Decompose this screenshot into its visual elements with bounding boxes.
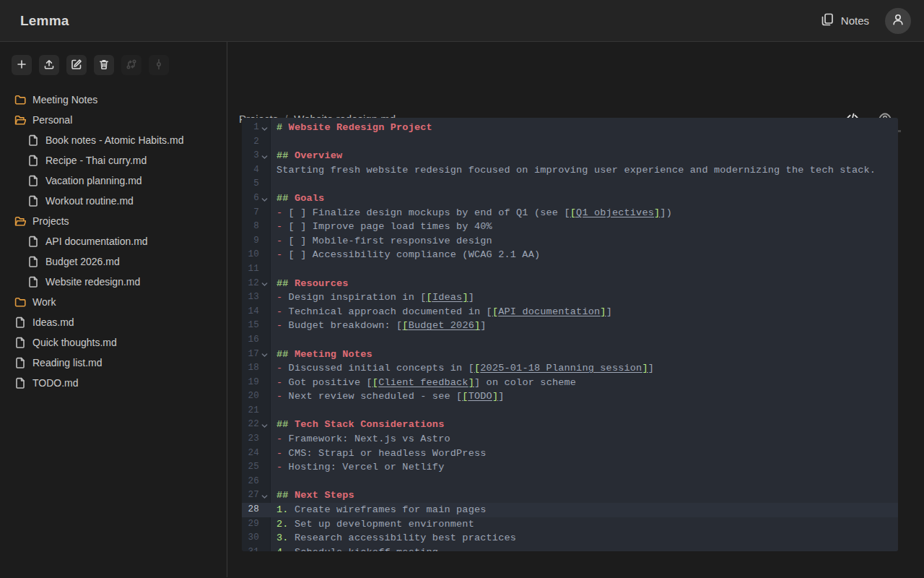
notes-label: Notes [841,14,869,27]
sidebar-file-book-notes-atomic-habits-md[interactable]: Book notes - Atomic Habits.md [0,130,227,150]
editor-line-27[interactable]: 27## Next Steps [242,488,898,503]
upload-button[interactable] [39,55,59,75]
compare-button[interactable] [121,55,141,75]
line-number: 25 [242,460,259,475]
editor-line-3[interactable]: 3## Overview [242,149,898,163]
file-icon [27,236,39,247]
gutter: 8 [242,220,271,234]
sidebar-file-todo-md[interactable]: TODO.md [0,373,227,393]
line-number: 28 [242,503,259,517]
tree-item-label: Quick thoughts.md [32,337,117,348]
editor-line-11[interactable]: 11 [242,262,898,277]
sidebar-folder-work[interactable]: Work [0,292,227,312]
editor-line-26[interactable]: 26 [242,475,898,489]
editor-line-2[interactable]: 2 [242,135,898,150]
fold-chevron-icon[interactable] [259,154,269,160]
editor-line-10[interactable]: 10- [ ] Accessibility compliance (WCAG 2… [242,248,898,262]
fold-chevron-icon[interactable] [259,126,269,132]
gutter: 17 [242,348,271,362]
edit-icon [71,59,82,72]
editor-line-14[interactable]: 14- Technical approach documented in [[A… [242,305,898,319]
wiki-link[interactable]: [TODO] [462,391,498,402]
editor-line-17[interactable]: 17## Meeting Notes [242,348,898,362]
sidebar-file-vacation-planning-md[interactable]: Vacation planning.md [0,171,227,191]
sidebar-file-recipe-thai-curry-md[interactable]: Recipe - Thai curry.md [0,150,227,171]
fold-chevron-icon[interactable] [259,352,269,358]
line-content: - Discussed initial concepts in [[2025-0… [271,361,654,376]
fold-chevron-icon[interactable] [259,197,269,203]
folder-closed-icon [14,94,26,105]
editor-line-25[interactable]: 25- Hosting: Vercel or Netlify [242,460,898,475]
line-number: 3 [242,149,259,163]
tree-item-label: API documentation.md [45,236,148,247]
tree-item-label: Meeting Notes [32,94,97,105]
sidebar-folder-personal[interactable]: Personal [0,110,227,130]
editor-line-13[interactable]: 13- Design inspiration in [[Ideas]] [242,290,898,305]
gutter: 25 [242,460,271,475]
editor-line-16[interactable]: 16 [242,333,898,348]
gutter: 19 [242,376,271,390]
editor-line-4[interactable]: 4Starting fresh website redesign focused… [242,163,898,178]
sidebar-file-quick-thoughts-md[interactable]: Quick thoughts.md [0,332,227,353]
editor-line-1[interactable]: 1# Website Redesign Project [242,121,898,135]
line-number: 24 [242,447,259,461]
line-content: - Framework: Next.js vs Astro [271,432,450,447]
editor-line-22[interactable]: 22## Tech Stack Considerations [242,418,898,432]
sidebar-folder-meeting-notes[interactable]: Meeting Notes [0,90,227,110]
wiki-link[interactable]: [API documentation] [492,306,606,317]
line-content: 3. Research accessibility best practices [271,531,516,545]
fold-chevron-icon[interactable] [259,493,269,500]
editor-line-28[interactable]: 281. Create wireframes for main pages [242,503,898,517]
edit-button[interactable] [66,55,87,75]
gutter: 29 [242,517,271,532]
editor-line-29[interactable]: 292. Set up development environment [242,517,898,532]
editor-line-12[interactable]: 12## Resources [242,277,898,291]
notes-button[interactable]: Notes [820,12,869,29]
person-icon [890,12,906,30]
tree-item-label: Work [32,296,56,308]
line-number: 31 [242,545,259,551]
editor-line-21[interactable]: 21 [242,404,898,418]
sidebar-folder-projects[interactable]: Projects [0,211,227,231]
editor-line-20[interactable]: 20- Next review scheduled - see [[TODO]] [242,389,898,404]
editor-line-30[interactable]: 303. Research accessibility best practic… [242,531,898,545]
delete-button[interactable] [94,55,114,75]
sidebar-file-budget-2026-md[interactable]: Budget 2026.md [0,251,227,272]
editor-line-19[interactable]: 19- Got positive [[Client feedback]] on … [242,376,898,390]
gutter: 22 [242,418,271,432]
wiki-link[interactable]: [2025-01-18 Planning session] [474,363,648,374]
sidebar-file-website-redesign-md[interactable]: Website redesign.md [0,272,227,292]
editor-line-31[interactable]: 314. Schedule kickoff meeting [242,545,898,551]
wiki-link[interactable]: [Q1 objectives] [570,207,661,218]
line-content: ## Meeting Notes [271,348,372,362]
line-content [271,475,276,489]
file-icon [14,316,26,328]
sidebar-file-reading-list-md[interactable]: Reading list.md [0,353,227,373]
editor-line-15[interactable]: 15- Budget breakdown: [[Budget 2026]] [242,319,898,333]
fold-chevron-icon[interactable] [259,423,269,429]
tree-item-label: Projects [32,215,69,227]
commit-button[interactable] [149,55,169,75]
wiki-link[interactable]: [Ideas] [427,292,468,303]
sidebar-file-workout-routine-md[interactable]: Workout routine.md [0,191,227,211]
editor-line-8[interactable]: 8- [ ] Improve page load times by 40% [242,220,898,234]
editor-line-7[interactable]: 7- [ ] Finalize design mockups by end of… [242,206,898,220]
new-note-button[interactable] [12,55,32,75]
line-number: 29 [242,517,259,532]
editor-line-9[interactable]: 9- [ ] Mobile-first responsive design [242,234,898,249]
editor-line-6[interactable]: 6## Goals [242,191,898,206]
user-avatar[interactable] [885,8,911,34]
line-content: 4. Schedule kickoff meeting [271,545,438,551]
wiki-link[interactable]: [Client feedback] [372,377,474,388]
editor-line-18[interactable]: 18- Discussed initial concepts in [[2025… [242,361,898,376]
sidebar-file-ideas-md[interactable]: Ideas.md [0,312,227,332]
line-content: - Next review scheduled - see [[TODO]] [271,389,505,404]
editor-line-23[interactable]: 23- Framework: Next.js vs Astro [242,432,898,447]
editor-line-5[interactable]: 5 [242,177,898,191]
wiki-link[interactable]: [Budget 2026] [402,320,480,331]
markdown-editor[interactable]: 1# Website Redesign Project23## Overview… [242,118,898,551]
fold-chevron-icon[interactable] [259,281,269,288]
line-number: 11 [242,262,259,277]
sidebar-file-api-documentation-md[interactable]: API documentation.md [0,231,227,251]
editor-line-24[interactable]: 24- CMS: Strapi or headless WordPress [242,447,898,461]
